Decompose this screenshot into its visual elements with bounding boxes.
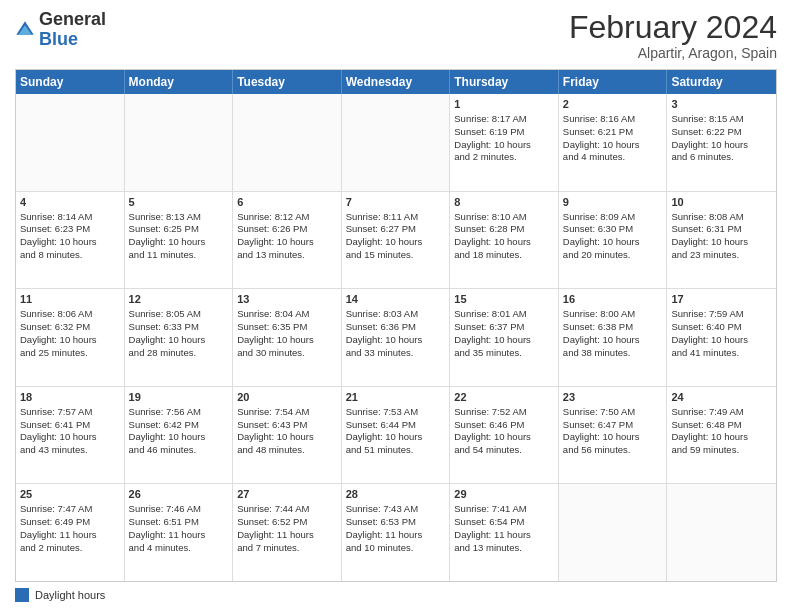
day-info-line: Sunset: 6:28 PM: [454, 223, 554, 236]
day-info-line: and 7 minutes.: [237, 542, 337, 555]
day-info-line: and 15 minutes.: [346, 249, 446, 262]
day-info-line: and 20 minutes.: [563, 249, 663, 262]
day-info-line: and 35 minutes.: [454, 347, 554, 360]
day-info-line: Daylight: 10 hours: [346, 431, 446, 444]
calendar-day-cell: 16Sunrise: 8:00 AMSunset: 6:38 PMDayligh…: [559, 289, 668, 386]
logo-general-text: General: [39, 10, 106, 30]
logo-text: General Blue: [39, 10, 106, 50]
day-info-line: Sunset: 6:52 PM: [237, 516, 337, 529]
calendar-day-cell: 22Sunrise: 7:52 AMSunset: 6:46 PMDayligh…: [450, 387, 559, 484]
footer: Daylight hours: [15, 588, 777, 602]
calendar-day-cell: 23Sunrise: 7:50 AMSunset: 6:47 PMDayligh…: [559, 387, 668, 484]
day-info-line: Daylight: 10 hours: [20, 236, 120, 249]
day-info-line: Daylight: 10 hours: [563, 236, 663, 249]
day-info-line: Sunrise: 8:00 AM: [563, 308, 663, 321]
day-number: 10: [671, 195, 772, 210]
calendar-day-cell: 7Sunrise: 8:11 AMSunset: 6:27 PMDaylight…: [342, 192, 451, 289]
day-info-line: and 4 minutes.: [129, 542, 229, 555]
day-info-line: Sunset: 6:48 PM: [671, 419, 772, 432]
day-info-line: Sunset: 6:40 PM: [671, 321, 772, 334]
day-number: 17: [671, 292, 772, 307]
day-info-line: Sunset: 6:46 PM: [454, 419, 554, 432]
day-info-line: Sunset: 6:35 PM: [237, 321, 337, 334]
calendar-day-cell: 1Sunrise: 8:17 AMSunset: 6:19 PMDaylight…: [450, 94, 559, 191]
day-info-line: Daylight: 10 hours: [129, 334, 229, 347]
day-info-line: and 23 minutes.: [671, 249, 772, 262]
calendar-day-cell: 29Sunrise: 7:41 AMSunset: 6:54 PMDayligh…: [450, 484, 559, 581]
calendar-header-cell: Tuesday: [233, 70, 342, 94]
day-info-line: Sunrise: 7:50 AM: [563, 406, 663, 419]
day-info-line: Sunset: 6:47 PM: [563, 419, 663, 432]
calendar-header-cell: Monday: [125, 70, 234, 94]
day-info-line: Daylight: 10 hours: [346, 334, 446, 347]
day-info-line: and 48 minutes.: [237, 444, 337, 457]
day-info-line: Sunset: 6:38 PM: [563, 321, 663, 334]
day-info-line: Sunset: 6:53 PM: [346, 516, 446, 529]
day-info-line: and 33 minutes.: [346, 347, 446, 360]
day-info-line: Sunrise: 7:46 AM: [129, 503, 229, 516]
day-info-line: Daylight: 10 hours: [454, 236, 554, 249]
day-info-line: and 43 minutes.: [20, 444, 120, 457]
calendar-header-row: SundayMondayTuesdayWednesdayThursdayFrid…: [16, 70, 776, 94]
header: General Blue February 2024 Alpartir, Ara…: [15, 10, 777, 61]
day-number: 7: [346, 195, 446, 210]
day-info-line: Daylight: 10 hours: [671, 334, 772, 347]
day-info-line: Sunset: 6:32 PM: [20, 321, 120, 334]
calendar-day-cell: [16, 94, 125, 191]
day-info-line: Sunrise: 7:44 AM: [237, 503, 337, 516]
day-info-line: Sunrise: 8:13 AM: [129, 211, 229, 224]
day-info-line: Sunset: 6:25 PM: [129, 223, 229, 236]
calendar-day-cell: 3Sunrise: 8:15 AMSunset: 6:22 PMDaylight…: [667, 94, 776, 191]
logo-blue-text: Blue: [39, 30, 106, 50]
calendar-day-cell: 11Sunrise: 8:06 AMSunset: 6:32 PMDayligh…: [16, 289, 125, 386]
day-info-line: Daylight: 11 hours: [454, 529, 554, 542]
day-number: 19: [129, 390, 229, 405]
day-info-line: Sunrise: 7:47 AM: [20, 503, 120, 516]
day-info-line: and 59 minutes.: [671, 444, 772, 457]
day-info-line: Sunset: 6:44 PM: [346, 419, 446, 432]
day-info-line: Daylight: 10 hours: [129, 236, 229, 249]
day-info-line: and 54 minutes.: [454, 444, 554, 457]
day-info-line: Sunrise: 7:54 AM: [237, 406, 337, 419]
day-info-line: Sunset: 6:54 PM: [454, 516, 554, 529]
calendar-header-cell: Sunday: [16, 70, 125, 94]
day-info-line: and 51 minutes.: [346, 444, 446, 457]
day-info-line: Sunrise: 7:57 AM: [20, 406, 120, 419]
sub-title: Alpartir, Aragon, Spain: [569, 45, 777, 61]
day-info-line: and 2 minutes.: [454, 151, 554, 164]
main-title: February 2024: [569, 10, 777, 45]
calendar-header-cell: Friday: [559, 70, 668, 94]
logo: General Blue: [15, 10, 106, 50]
day-info-line: and 13 minutes.: [237, 249, 337, 262]
day-number: 3: [671, 97, 772, 112]
day-info-line: Sunset: 6:22 PM: [671, 126, 772, 139]
calendar-day-cell: 5Sunrise: 8:13 AMSunset: 6:25 PMDaylight…: [125, 192, 234, 289]
day-number: 14: [346, 292, 446, 307]
day-number: 20: [237, 390, 337, 405]
calendar-day-cell: 27Sunrise: 7:44 AMSunset: 6:52 PMDayligh…: [233, 484, 342, 581]
day-number: 26: [129, 487, 229, 502]
day-info-line: Daylight: 10 hours: [454, 139, 554, 152]
day-info-line: Sunset: 6:41 PM: [20, 419, 120, 432]
day-info-line: Daylight: 10 hours: [346, 236, 446, 249]
day-number: 9: [563, 195, 663, 210]
calendar-header-cell: Thursday: [450, 70, 559, 94]
day-info-line: Sunrise: 8:10 AM: [454, 211, 554, 224]
calendar-day-cell: 9Sunrise: 8:09 AMSunset: 6:30 PMDaylight…: [559, 192, 668, 289]
title-block: February 2024 Alpartir, Aragon, Spain: [569, 10, 777, 61]
day-number: 24: [671, 390, 772, 405]
day-number: 1: [454, 97, 554, 112]
day-info-line: Sunset: 6:49 PM: [20, 516, 120, 529]
calendar-header-cell: Saturday: [667, 70, 776, 94]
day-info-line: Sunset: 6:30 PM: [563, 223, 663, 236]
day-info-line: Sunset: 6:19 PM: [454, 126, 554, 139]
calendar-day-cell: 13Sunrise: 8:04 AMSunset: 6:35 PMDayligh…: [233, 289, 342, 386]
calendar-week-row: 11Sunrise: 8:06 AMSunset: 6:32 PMDayligh…: [16, 289, 776, 387]
day-info-line: Sunrise: 8:16 AM: [563, 113, 663, 126]
calendar-week-row: 4Sunrise: 8:14 AMSunset: 6:23 PMDaylight…: [16, 192, 776, 290]
day-info-line: Sunset: 6:26 PM: [237, 223, 337, 236]
day-info-line: Daylight: 10 hours: [237, 334, 337, 347]
day-number: 13: [237, 292, 337, 307]
day-info-line: Sunrise: 7:53 AM: [346, 406, 446, 419]
calendar-day-cell: 12Sunrise: 8:05 AMSunset: 6:33 PMDayligh…: [125, 289, 234, 386]
